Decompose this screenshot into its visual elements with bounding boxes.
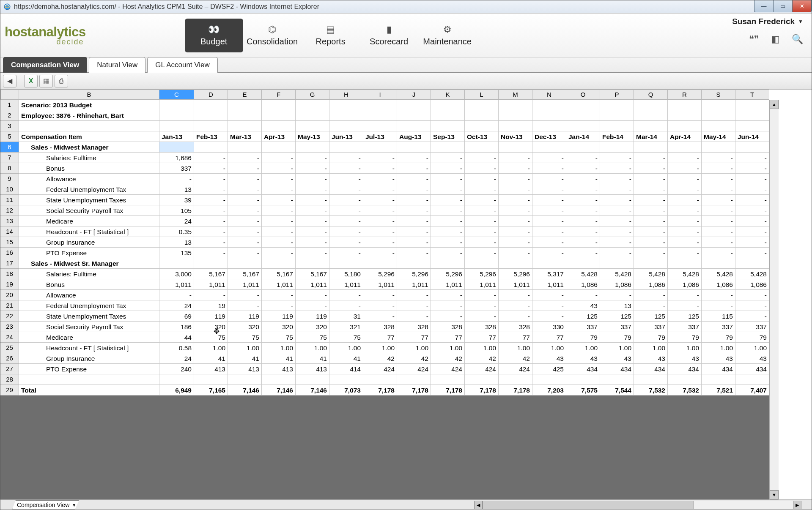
cell[interactable]: - [296,248,329,258]
cell[interactable]: 1,086 [702,279,735,290]
cell[interactable]: 79 [735,332,769,343]
cell[interactable]: - [296,205,329,216]
cell[interactable]: 1,011 [159,279,194,290]
cell[interactable] [431,374,465,385]
cell[interactable]: - [465,311,499,322]
row-header[interactable]: 7 [0,153,19,163]
cell[interactable]: 1,011 [329,279,363,290]
cell[interactable] [465,121,499,131]
cell[interactable]: 79 [600,332,634,343]
cell[interactable]: - [634,163,668,174]
cell[interactable] [228,121,262,131]
cell[interactable]: - [363,195,397,205]
cell[interactable] [735,142,769,153]
cell[interactable]: - [329,184,363,195]
cell-label[interactable]: Salaries: Fulltime [19,153,159,163]
cell[interactable] [228,100,262,110]
cell[interactable] [735,110,769,121]
cell[interactable]: - [329,237,363,248]
cell[interactable]: - [228,153,262,163]
cell[interactable]: - [296,153,329,163]
cell[interactable]: 424 [465,364,499,374]
cell-label[interactable]: Salaries: Fulltime [19,269,159,279]
cell[interactable]: - [566,174,600,184]
cell[interactable]: 24 [159,353,194,364]
cell[interactable]: 1.00 [702,343,735,353]
cell[interactable] [329,374,363,385]
cell[interactable]: 13 [159,237,194,248]
cell[interactable]: - [159,290,194,300]
nav-maintenance[interactable]: ⚙Maintenance [418,19,477,52]
cell[interactable]: 425 [532,364,566,374]
cell[interactable]: - [600,237,634,248]
cell[interactable]: 7,575 [566,385,600,395]
cell[interactable]: 79 [566,332,600,343]
cell-label[interactable]: Headcount - FT [ Statistical ] [19,226,159,237]
cell[interactable]: 119 [262,311,296,322]
cell[interactable]: - [296,226,329,237]
row-header[interactable]: 1 [0,100,19,110]
cell[interactable] [532,121,566,131]
cell[interactable]: - [702,153,735,163]
cell[interactable] [159,374,194,385]
cell[interactable]: - [431,226,465,237]
cell[interactable]: Mar-14 [634,131,668,142]
column-header-P[interactable]: P [600,90,634,100]
cell[interactable] [329,142,363,153]
cell[interactable]: 1.00 [228,343,262,353]
cell[interactable] [228,258,262,269]
cell[interactable]: 43 [634,353,668,364]
nav-consolidation[interactable]: ⌬Consolidation [243,19,302,52]
cell[interactable]: 43 [600,353,634,364]
row-header[interactable]: 13 [0,216,19,226]
cell[interactable] [397,110,431,121]
cell[interactable]: 424 [363,364,397,374]
cell[interactable] [397,258,431,269]
cell[interactable]: - [431,237,465,248]
cell[interactable]: - [702,205,735,216]
cell[interactable]: - [702,216,735,226]
cell-label[interactable]: Total [19,385,159,395]
cell[interactable] [668,258,702,269]
cell[interactable] [363,121,397,131]
cell[interactable]: - [668,153,702,163]
row-header[interactable]: 12 [0,205,19,216]
cell[interactable]: - [634,290,668,300]
cell[interactable]: - [329,300,363,311]
cell-label[interactable]: Bonus [19,279,159,290]
cell[interactable]: - [296,290,329,300]
cell[interactable]: 119 [194,311,228,322]
cell[interactable]: - [194,290,228,300]
cell[interactable]: - [228,290,262,300]
cell[interactable]: 41 [329,353,363,364]
cell[interactable]: 42 [499,353,532,364]
row-header[interactable]: 24 [0,332,19,343]
cell[interactable]: - [296,184,329,195]
cell[interactable]: - [431,311,465,322]
cell[interactable]: - [296,216,329,226]
cell[interactable]: - [600,216,634,226]
cell[interactable]: 413 [296,364,329,374]
row-header[interactable]: 18 [0,269,19,279]
cell[interactable]: - [465,216,499,226]
cell[interactable]: - [465,237,499,248]
cell[interactable]: - [600,153,634,163]
cell-label[interactable]: Federal Unemployment Tax [19,184,159,195]
cell[interactable]: 7,165 [194,385,228,395]
cell[interactable]: - [735,300,769,311]
cell[interactable] [702,142,735,153]
cell[interactable] [634,142,668,153]
cell[interactable]: 1.00 [329,343,363,353]
cell[interactable]: - [735,153,769,163]
cell[interactable]: - [702,184,735,195]
cell[interactable]: 1.00 [668,343,702,353]
cell[interactable]: 119 [228,311,262,322]
cell[interactable]: 1.00 [600,343,634,353]
sheet-tab[interactable]: Compensation View▼ [12,500,79,510]
column-header-M[interactable]: M [499,90,532,100]
cell[interactable]: 413 [194,364,228,374]
cell[interactable]: 75 [262,332,296,343]
cell[interactable]: - [329,226,363,237]
cell[interactable]: - [228,248,262,258]
cell[interactable]: - [634,195,668,205]
